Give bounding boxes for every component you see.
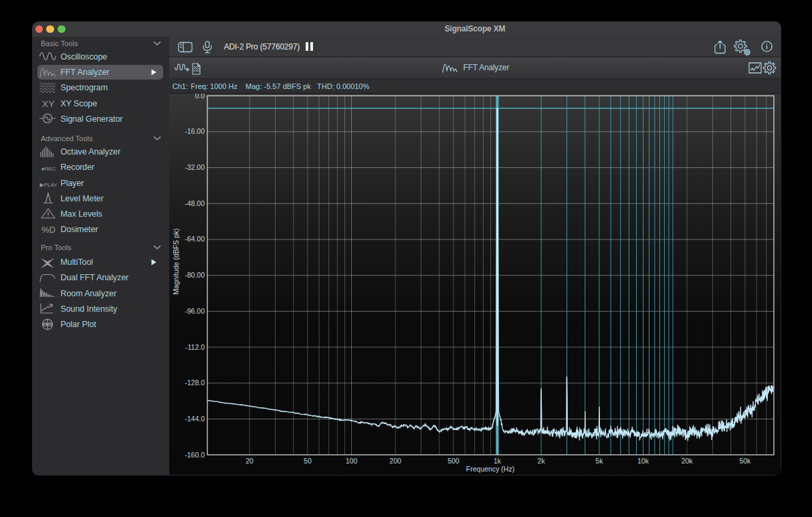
svg-text:-144.0: -144.0: [185, 414, 205, 422]
svg-text:-112.0: -112.0: [185, 342, 205, 350]
svg-text:-16.00: -16.00: [185, 127, 205, 135]
svg-text:-80.00: -80.00: [185, 271, 205, 279]
svg-text:1k: 1k: [494, 456, 502, 464]
svg-text:50: 50: [304, 456, 312, 464]
svg-text:-48.00: -48.00: [185, 199, 205, 207]
svg-text:5k: 5k: [595, 456, 603, 464]
svg-text:100: 100: [346, 456, 358, 464]
svg-text:500: 500: [447, 456, 460, 464]
svg-text:-128.0: -128.0: [185, 379, 205, 387]
svg-text:-96.00: -96.00: [185, 306, 205, 314]
svg-text:Magnitude (dBFS pk): Magnitude (dBFS pk): [172, 228, 180, 294]
svg-text:-32.00: -32.00: [185, 163, 205, 171]
svg-text:50k: 50k: [739, 456, 751, 464]
svg-text:Frequency (Hz): Frequency (Hz): [466, 465, 514, 473]
svg-text:10k: 10k: [637, 456, 649, 464]
svg-text:0.0: 0.0: [195, 94, 205, 100]
svg-text:-160.0: -160.0: [185, 450, 205, 458]
svg-text:-64.00: -64.00: [185, 235, 205, 243]
svg-text:2k: 2k: [538, 456, 546, 464]
svg-text:20: 20: [245, 456, 253, 464]
svg-text:200: 200: [389, 456, 401, 464]
svg-text:20k: 20k: [682, 456, 694, 464]
